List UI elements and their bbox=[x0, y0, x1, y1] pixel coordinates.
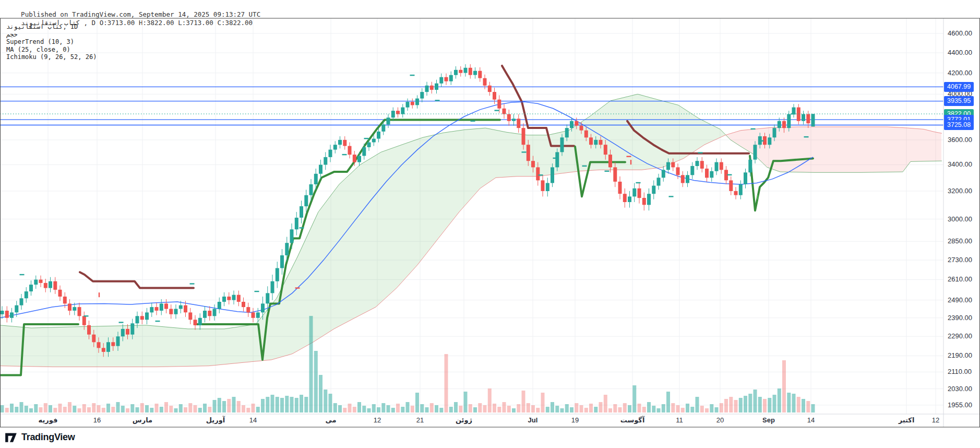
volume-bar bbox=[449, 407, 453, 412]
candle-body bbox=[78, 307, 81, 316]
volume-bar bbox=[406, 402, 410, 412]
volume-bar bbox=[555, 406, 559, 412]
candle-body bbox=[406, 102, 410, 108]
price-axis[interactable]: 4600.004400.004200.004000.003600.003400.… bbox=[943, 18, 980, 427]
volume-bar bbox=[488, 388, 492, 412]
time-tick-label: 14 bbox=[249, 416, 257, 424]
line-price-label[interactable]: 4067.99 bbox=[944, 82, 974, 92]
volume-bar bbox=[551, 402, 554, 412]
price-tick-label: 2190.00 bbox=[948, 351, 972, 359]
volume-bar bbox=[213, 400, 217, 412]
candle-body bbox=[483, 78, 487, 86]
volume-bar bbox=[748, 394, 752, 412]
ichimoku-cloud bbox=[726, 127, 941, 172]
volume-bar bbox=[1, 405, 4, 412]
candle-body bbox=[150, 307, 153, 312]
candle-body bbox=[420, 92, 424, 99]
legend-symbol-row[interactable]: كتاب استقانيوند, 1D bbox=[6, 23, 97, 31]
candle-body bbox=[164, 303, 168, 309]
volume-bar bbox=[53, 408, 57, 412]
candle-body bbox=[792, 108, 796, 114]
flip-marker-icon bbox=[757, 195, 758, 199]
volume-bar bbox=[666, 392, 670, 412]
volume-bar bbox=[787, 393, 791, 412]
candle-body bbox=[565, 128, 569, 137]
candle-body bbox=[357, 156, 361, 162]
volume-bar bbox=[261, 399, 265, 412]
time-tick-label: 20 bbox=[716, 416, 724, 424]
volume-bar bbox=[333, 403, 337, 412]
candle-body bbox=[218, 302, 221, 309]
price-tick-label: 4400.00 bbox=[948, 49, 972, 56]
candle-body bbox=[570, 121, 573, 128]
tradingview-logo[interactable]: TradingView bbox=[4, 430, 75, 444]
candle-body bbox=[155, 307, 159, 311]
candle-body bbox=[782, 121, 786, 128]
price-tick-label: 1955.00 bbox=[948, 401, 972, 409]
candle-body bbox=[126, 329, 129, 335]
dash-marker bbox=[410, 75, 415, 76]
dash-marker bbox=[539, 174, 543, 175]
volume-bar bbox=[676, 405, 680, 412]
volume-bar bbox=[218, 398, 221, 412]
volume-bar bbox=[92, 403, 95, 412]
dash-marker bbox=[20, 274, 25, 275]
volume-bar bbox=[314, 351, 318, 412]
candle-body bbox=[1, 311, 4, 314]
candle-body bbox=[773, 128, 776, 137]
volume-bar bbox=[222, 401, 226, 412]
volume-bar bbox=[493, 404, 496, 412]
legend-ichimoku-row[interactable]: Ichimoku (9, 26, 52, 26) bbox=[6, 53, 97, 61]
dash-marker bbox=[255, 291, 259, 292]
candle-body bbox=[671, 162, 675, 168]
price-tick-label: 3600.00 bbox=[948, 136, 972, 144]
legend-ma-row[interactable]: MA (25, close, 0) bbox=[6, 46, 97, 54]
line-price-label[interactable]: 3935.95 bbox=[944, 96, 974, 106]
volume-bar bbox=[565, 404, 569, 412]
candle-body bbox=[203, 311, 207, 318]
time-tick-label: آگوست bbox=[620, 416, 645, 424]
candle-body bbox=[493, 92, 496, 100]
candle-body bbox=[739, 184, 743, 195]
candle-body bbox=[116, 336, 120, 346]
price-tick-label: 2110.00 bbox=[948, 368, 972, 375]
legend-volume-row[interactable]: حجم bbox=[6, 31, 97, 39]
candle-body bbox=[285, 243, 289, 255]
candle-body bbox=[531, 161, 535, 167]
candle-body bbox=[348, 146, 352, 155]
volume-bar bbox=[145, 405, 149, 412]
volume-bar bbox=[329, 394, 332, 412]
candle-body bbox=[449, 75, 453, 81]
candle-body bbox=[121, 329, 125, 336]
volume-bar bbox=[5, 408, 9, 412]
volume-bar bbox=[266, 397, 269, 412]
candle-body bbox=[512, 119, 516, 121]
volume-bar bbox=[391, 408, 395, 412]
volume-bar bbox=[430, 403, 434, 412]
volume-bar bbox=[276, 397, 279, 412]
candle-body bbox=[338, 140, 342, 145]
candle-body bbox=[169, 309, 173, 314]
time-axis[interactable]: فوريه16مارسآوریل14می1221ژوئنJul19آگوست11… bbox=[0, 414, 980, 427]
volume-bar bbox=[411, 406, 414, 412]
dash-marker bbox=[471, 121, 475, 122]
chart-canvas[interactable] bbox=[0, 0, 980, 448]
volume-bar bbox=[367, 408, 371, 412]
legend-supertrend-row[interactable]: SuperTrend (10, 3) bbox=[6, 38, 97, 46]
price-tick-label: 4600.00 bbox=[948, 29, 972, 37]
volume-bar bbox=[715, 407, 719, 412]
volume-bar bbox=[744, 396, 747, 412]
candle-body bbox=[276, 268, 279, 281]
candle-body bbox=[425, 86, 429, 92]
volume-bar bbox=[396, 404, 400, 412]
volume-bar bbox=[300, 395, 303, 412]
candle-body bbox=[329, 150, 332, 157]
volume-bar bbox=[34, 404, 38, 412]
candle-body bbox=[111, 342, 115, 346]
candle-body bbox=[232, 295, 236, 300]
dash-marker bbox=[759, 140, 764, 142]
line-price-label[interactable]: 3725.08 bbox=[944, 120, 974, 130]
dash-marker bbox=[84, 315, 89, 316]
volume-bar bbox=[106, 404, 110, 412]
candle-body bbox=[324, 157, 327, 165]
